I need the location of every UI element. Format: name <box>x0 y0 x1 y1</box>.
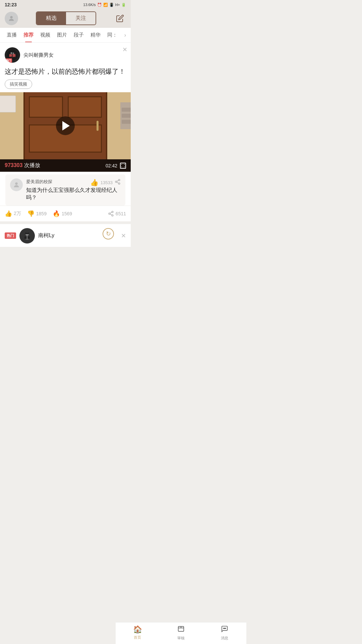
svg-point-10 <box>112 211 113 213</box>
comment-body-1: 爱美眉的校探 👍 13533 <box>26 178 121 202</box>
post-author-avatar-2[interactable] <box>19 228 35 244</box>
refresh-button[interactable]: ↻ <box>103 228 114 239</box>
svg-point-6 <box>115 181 117 182</box>
svg-rect-19 <box>24 236 26 239</box>
svg-point-11 <box>109 213 110 215</box>
alarm-icon: ⏰ <box>97 3 102 7</box>
comment-like-icon-1[interactable]: 👍 <box>90 178 99 186</box>
header-tabs: 精选 关注 <box>36 11 96 25</box>
status-icons: 13.6K/s ⏰ 📶 📳 H+ 🔋 <box>83 3 126 7</box>
nav-tab-live[interactable]: 直播 <box>3 28 20 42</box>
post-tag-1[interactable]: 搞笑视频 <box>5 79 32 89</box>
tab-selected[interactable]: 精选 <box>37 12 66 24</box>
dislike-action-1[interactable]: 👎 1859 <box>27 210 47 217</box>
status-bar: 12:23 13.6K/s ⏰ 📶 📳 H+ 🔋 <box>0 0 131 9</box>
comment-actions-1: 👍 13533 <box>90 178 121 186</box>
post-card-2: 热门 南柯Ly ↻ ✕ <box>0 224 131 247</box>
nav-tab-best[interactable]: 精华 <box>87 28 104 42</box>
post-header-2: 热门 南柯Ly ↻ ✕ <box>0 224 131 247</box>
comment-section-1: 爱美眉的校探 👍 13533 <box>5 174 125 206</box>
post-header-1: 耐撕 男女 热门 尖叫耐撕男女 <box>0 43 131 65</box>
video-container-1[interactable]: 973303 次播放 02:42 <box>0 92 131 172</box>
post-title-1: 这才是恐怖片，以前的恐怖片都弱爆了！ <box>0 65 131 79</box>
post-card-1: ✕ 耐撕 男女 热门 尖叫耐撕男女 这才是恐怖片，以前的恐怖片都弱爆了！ 搞笑视… <box>0 43 131 221</box>
hot-count-1: 1569 <box>62 211 72 216</box>
tab-follow[interactable]: 关注 <box>66 12 96 24</box>
hot-action-1[interactable]: 🔥 1569 <box>53 210 72 217</box>
post-author-name-2: 南柯Ly <box>38 232 54 239</box>
svg-point-7 <box>118 183 120 184</box>
comment-author-1: 爱美眉的校探 <box>26 179 52 185</box>
battery-icon: 🔋 <box>121 3 126 7</box>
network-speed: 13.6K/s <box>83 3 96 7</box>
hot-badge-1: 热门 <box>5 58 12 63</box>
view-count-1: 973303 次播放 <box>5 162 40 169</box>
nav-tab-video[interactable]: 视频 <box>37 28 54 42</box>
status-time: 12:23 <box>5 2 17 7</box>
comment-text-1: 知道为什么王宝强那么久才发现经纪人吗？ <box>26 186 121 202</box>
share-count-1: 6511 <box>116 211 126 216</box>
edit-button[interactable] <box>114 12 126 24</box>
nav-tab-more[interactable]: 同： <box>104 28 121 42</box>
comment-avatar-1 <box>10 178 23 191</box>
wifi-icon: 📶 <box>103 3 108 7</box>
hot-icon-1: 🔥 <box>53 210 60 217</box>
nav-tab-joke[interactable]: 段子 <box>70 28 87 42</box>
svg-rect-18 <box>25 232 29 234</box>
post-author-avatar-1[interactable]: 耐撕 男女 热门 <box>5 47 20 63</box>
comment-like-count-1: 13533 <box>101 180 113 185</box>
share-action-1[interactable]: 6511 <box>108 211 126 217</box>
video-bar-1: 973303 次播放 02:42 <box>0 159 131 172</box>
duration-text-1: 02:42 <box>106 163 117 168</box>
video-duration-1: 02:42 <box>106 163 126 169</box>
network-type: H+ <box>115 3 120 7</box>
svg-point-5 <box>118 179 120 181</box>
nav-tab-image[interactable]: 图片 <box>54 28 70 42</box>
svg-point-12 <box>112 215 113 216</box>
card-close-button-2[interactable]: ✕ <box>121 232 126 239</box>
svg-line-9 <box>117 180 118 181</box>
svg-rect-20 <box>28 236 30 239</box>
nav-tab-recommend[interactable]: 推荐 <box>20 28 37 42</box>
fullscreen-icon-1[interactable] <box>120 163 126 169</box>
post-footer-1: 👍 2万 👎 1859 🔥 1569 6511 <box>0 206 131 221</box>
nav-more-icon[interactable]: › <box>123 30 127 41</box>
hot-badge-2: 热门 <box>5 232 16 239</box>
like-count-1: 2万 <box>14 211 21 217</box>
svg-text:男女: 男女 <box>10 52 14 54</box>
view-count-number-1: 973303 <box>5 162 22 168</box>
svg-point-4 <box>15 182 17 185</box>
like-action-1[interactable]: 👍 2万 <box>5 210 21 217</box>
signal-icon: 📳 <box>109 3 114 7</box>
video-thumbnail-1 <box>0 92 131 159</box>
card-close-button-1[interactable]: ✕ <box>122 46 127 53</box>
dislike-icon-1: 👎 <box>27 210 35 217</box>
svg-line-13 <box>110 214 112 215</box>
svg-line-14 <box>110 212 112 213</box>
svg-point-0 <box>10 16 12 18</box>
header: 精选 关注 <box>0 9 131 28</box>
like-icon-1: 👍 <box>5 210 12 217</box>
post-author-name-1[interactable]: 尖叫耐撕男女 <box>23 52 54 58</box>
nav-tabs: 直播 推荐 视频 图片 段子 精华 同： › <box>0 28 131 43</box>
view-count-suffix-1: 次播放 <box>24 162 40 168</box>
content-area: ✕ 耐撕 男女 热门 尖叫耐撕男女 这才是恐怖片，以前的恐怖片都弱爆了！ 搞笑视… <box>0 43 131 247</box>
user-avatar[interactable] <box>5 12 18 25</box>
play-button-1[interactable] <box>56 116 75 135</box>
comment-wrapper-1: 爱美眉的校探 👍 13533 <box>0 172 131 206</box>
svg-line-8 <box>117 182 118 183</box>
dislike-count-1: 1859 <box>36 211 47 216</box>
comment-share-icon-1[interactable] <box>115 179 121 186</box>
comment-row-1: 爱美眉的校探 👍 13533 <box>10 178 121 202</box>
